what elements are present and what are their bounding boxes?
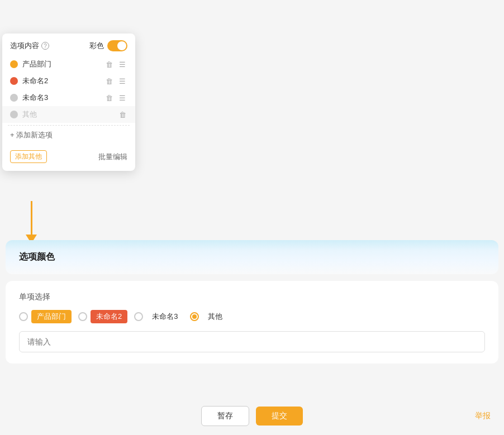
- radio-group: 产品部门 未命名2 未命名3 其他: [19, 310, 485, 323]
- save-button[interactable]: 暂存: [201, 406, 249, 426]
- radio-circle-3: [134, 312, 143, 321]
- delete-icon-3[interactable]: 🗑: [104, 93, 114, 103]
- radio-tag-3: 未命名3: [146, 310, 183, 323]
- option-label-1: 产品部门: [22, 59, 99, 69]
- footer-bar: 暂存 提交 举报: [0, 397, 504, 435]
- row-actions-2: 🗑 ☰: [104, 76, 127, 86]
- radio-circle-other: [190, 312, 199, 321]
- radio-item-2[interactable]: 未命名2: [78, 310, 127, 323]
- color-section-title: 选项颜色: [19, 252, 55, 261]
- color-dot-3: [10, 94, 18, 102]
- text-input[interactable]: [19, 331, 485, 352]
- help-icon[interactable]: ?: [41, 42, 49, 50]
- options-dropdown-panel: 选项内容 ? 彩色 产品部门 🗑 ☰ 未命名2 🗑 ☰ 未命名3 🗑 ☰: [2, 34, 135, 171]
- delete-icon-2[interactable]: 🗑: [104, 76, 114, 86]
- delete-icon-other[interactable]: 🗑: [117, 109, 127, 119]
- arrow-indicator: [26, 201, 37, 243]
- option-row: 产品部门 🗑 ☰: [2, 56, 135, 73]
- report-button[interactable]: 举报: [475, 411, 491, 421]
- row-actions-3: 🗑 ☰: [104, 93, 127, 103]
- option-label-other: 其他: [22, 109, 113, 119]
- select-section: 单项选择 产品部门 未命名2 未命名3 其他: [6, 281, 498, 364]
- add-option-label: + 添加新选项: [10, 130, 53, 140]
- panel-header-right: 彩色: [89, 40, 127, 51]
- radio-tag-other: 其他: [202, 310, 228, 323]
- delete-icon-1[interactable]: 🗑: [104, 59, 114, 69]
- add-other-button[interactable]: 添加其他: [10, 150, 47, 163]
- option-row-other: 其他 🗑: [2, 106, 135, 123]
- row-actions-1: 🗑 ☰: [104, 59, 127, 69]
- select-section-title: 单项选择: [19, 292, 485, 302]
- radio-circle-2: [78, 312, 87, 321]
- drag-icon-3[interactable]: ☰: [117, 93, 127, 103]
- panel-header-left: 选项内容 ?: [10, 41, 49, 51]
- option-label-2: 未命名2: [22, 76, 99, 86]
- row-actions-other: 🗑: [117, 109, 127, 119]
- add-option-row[interactable]: + 添加新选项: [8, 125, 130, 145]
- color-dot-other: [10, 111, 18, 118]
- color-toggle[interactable]: [107, 40, 127, 51]
- color-dot-1: [10, 60, 18, 68]
- radio-item-1[interactable]: 产品部门: [19, 310, 72, 323]
- main-content: 选项颜色 单项选择 产品部门 未命名2 未命名3 其他: [6, 240, 498, 364]
- submit-button[interactable]: 提交: [256, 407, 303, 426]
- drag-icon-1[interactable]: ☰: [117, 59, 127, 69]
- color-label: 彩色: [89, 41, 104, 51]
- drag-icon-2[interactable]: ☰: [117, 76, 127, 86]
- options-label: 选项内容: [10, 41, 39, 51]
- color-section: 选项颜色: [6, 240, 498, 274]
- arrow-line: [31, 201, 32, 235]
- radio-item-other[interactable]: 其他: [190, 310, 228, 323]
- radio-circle-1: [19, 312, 28, 321]
- color-dot-2: [10, 77, 18, 85]
- option-row: 未命名3 🗑 ☰: [2, 89, 135, 106]
- option-label-3: 未命名3: [22, 93, 99, 103]
- radio-tag-2: 未命名2: [91, 310, 127, 323]
- panel-header: 选项内容 ? 彩色: [2, 34, 135, 56]
- radio-item-3[interactable]: 未命名3: [134, 310, 183, 323]
- panel-footer: 添加其他 批量编辑: [2, 147, 135, 169]
- radio-tag-1: 产品部门: [31, 310, 72, 323]
- option-row: 未命名2 🗑 ☰: [2, 73, 135, 89]
- batch-edit-label[interactable]: 批量编辑: [98, 152, 127, 162]
